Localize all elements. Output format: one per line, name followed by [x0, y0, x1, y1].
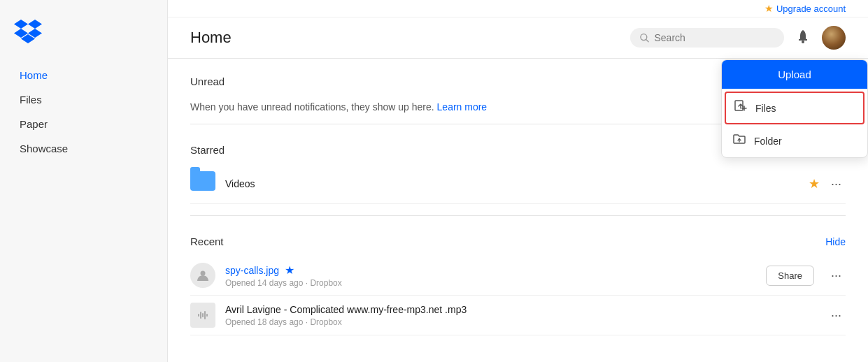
recent-info-1: Avril Lavigne - Complicated www.my-free-… [225, 303, 827, 327]
header-right [630, 26, 846, 50]
sidebar-nav: Home Files Paper Showcase [0, 63, 167, 161]
sidebar-item-paper[interactable]: Paper [6, 113, 162, 136]
svg-rect-5 [198, 314, 199, 317]
share-button-0[interactable]: Share [766, 266, 814, 286]
upgrade-label: Upgrade account [776, 3, 846, 14]
recent-meta-1: Opened 18 days ago · Dropbox [225, 317, 827, 327]
svg-point-4 [201, 271, 206, 276]
sidebar: Home Files Paper Showcase [0, 0, 168, 362]
search-input[interactable] [655, 32, 775, 43]
main-content: ★ Upgrade account Home U [168, 0, 868, 362]
star-button[interactable]: ★ [809, 176, 820, 191]
recent-item-0: spy-calls.jpg ★ Opened 14 days ago · Dro… [190, 256, 846, 296]
sidebar-item-home[interactable]: Home [6, 64, 162, 87]
dropdown-folder-label: Folder [754, 136, 782, 147]
svg-rect-6 [200, 312, 201, 319]
star-icon: ★ [764, 3, 774, 14]
upgrade-account-link[interactable]: ★ Upgrade account [764, 3, 846, 14]
svg-rect-8 [204, 311, 206, 319]
bell-icon[interactable] [795, 29, 811, 48]
person-icon [190, 263, 215, 288]
main-header: Home Upload [168, 17, 868, 59]
star-recent-0[interactable]: ★ [285, 264, 294, 276]
search-icon [640, 33, 649, 43]
upload-file-icon [734, 100, 747, 116]
recent-actions-0: Share ··· [766, 266, 846, 286]
svg-point-2 [802, 41, 804, 43]
svg-rect-7 [202, 313, 204, 317]
recent-info-0: spy-calls.jpg ★ Opened 14 days ago · Dro… [225, 263, 766, 288]
svg-rect-9 [206, 314, 208, 317]
page-title: Home [190, 29, 630, 47]
unread-title: Unread [190, 75, 225, 87]
more-options-recent-0[interactable]: ··· [827, 267, 846, 284]
audio-icon [190, 303, 215, 328]
more-options-recent-1[interactable]: ··· [827, 307, 846, 324]
upload-button[interactable]: Upload [722, 60, 867, 89]
recent-section: Recent Hide spy-calls.jpg ★ Opened [190, 236, 846, 335]
avatar[interactable] [822, 26, 846, 50]
recent-actions-1: ··· [827, 307, 846, 324]
dropbox-logo-icon [14, 20, 42, 43]
recent-hide-link[interactable]: Hide [825, 236, 846, 247]
search-bar[interactable] [630, 28, 784, 48]
upload-dropdown: Upload Files Folde [721, 59, 868, 158]
dropdown-files-item[interactable]: Files [725, 92, 865, 124]
upgrade-bar: ★ Upgrade account [168, 0, 868, 17]
recent-item-1: Avril Lavigne - Complicated www.my-free-… [190, 296, 846, 335]
recent-file-name-0[interactable]: spy-calls.jpg [225, 265, 279, 276]
recent-header: Recent Hide [190, 236, 846, 247]
more-options-button[interactable]: ··· [827, 175, 846, 193]
dropdown-folder-item[interactable]: Folder [722, 124, 867, 157]
folder-icon [190, 171, 215, 196]
sidebar-logo [0, 14, 167, 63]
recent-icon-1 [190, 303, 215, 328]
recent-icon-0 [190, 263, 215, 288]
sidebar-item-showcase[interactable]: Showcase [6, 137, 162, 160]
starred-file-name: Videos [225, 178, 809, 189]
starred-file-actions: ★ ··· [809, 175, 846, 193]
recent-meta-0: Opened 14 days ago · Dropbox [225, 278, 766, 288]
recent-file-name-1: Avril Lavigne - Complicated www.my-free-… [225, 304, 467, 315]
learn-more-link[interactable]: Learn more [437, 101, 488, 113]
sidebar-item-files[interactable]: Files [6, 88, 162, 111]
starred-title: Starred [190, 144, 225, 156]
svg-line-1 [646, 40, 648, 42]
recent-title: Recent [190, 236, 224, 247]
dropdown-files-label: Files [755, 103, 776, 114]
folder-upload-icon [733, 133, 746, 149]
starred-item-videos: Videos ★ ··· [190, 164, 846, 204]
